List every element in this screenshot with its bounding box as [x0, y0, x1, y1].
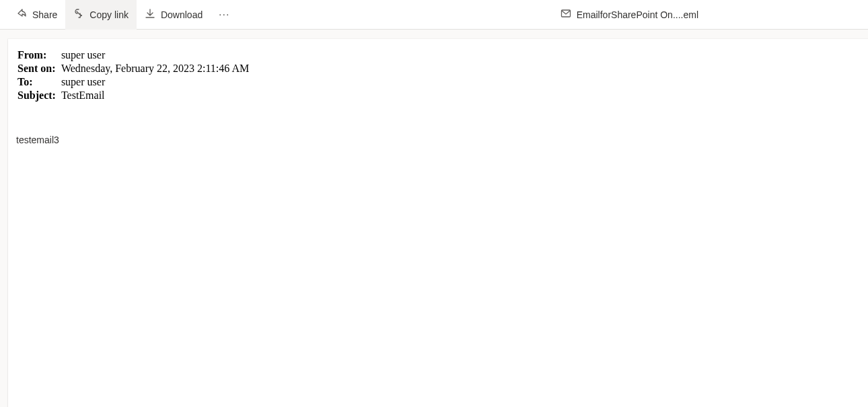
header-row-subject: Subject: TestEmail — [16, 89, 250, 102]
to-value: super user — [60, 75, 250, 89]
mail-icon — [560, 8, 571, 21]
filename-text: EmailforSharePoint On....eml — [577, 9, 698, 20]
share-button[interactable]: Share — [8, 0, 65, 30]
download-button[interactable]: Download — [137, 0, 211, 30]
content-outer: From: super user Sent on: Wednesday, Feb… — [0, 30, 868, 407]
from-label: From: — [16, 48, 60, 62]
share-icon — [16, 8, 27, 21]
download-icon — [145, 8, 155, 21]
subject-value: TestEmail — [60, 89, 250, 102]
copy-link-label: Copy link — [89, 9, 129, 20]
header-row-to: To: super user — [16, 75, 250, 89]
header-row-from: From: super user — [16, 48, 250, 62]
share-label: Share — [32, 9, 57, 20]
filename-section: EmailforSharePoint On....eml — [560, 8, 860, 21]
toolbar: Share Copy link Download ··· EmailforSha… — [0, 0, 868, 30]
from-value: super user — [60, 48, 250, 62]
sent-on-label: Sent on: — [16, 62, 60, 75]
copy-link-button[interactable]: Copy link — [65, 0, 137, 30]
sent-on-value: Wednesday, February 22, 2023 2:11:46 AM — [60, 62, 250, 75]
to-label: To: — [16, 75, 60, 89]
more-actions-button[interactable]: ··· — [211, 0, 238, 30]
more-icon: ··· — [219, 9, 229, 21]
link-icon — [73, 8, 84, 21]
email-body: testemail3 — [16, 135, 860, 145]
subject-label: Subject: — [16, 89, 60, 102]
header-row-sent-on: Sent on: Wednesday, February 22, 2023 2:… — [16, 62, 250, 75]
download-label: Download — [161, 9, 203, 20]
email-preview-panel: From: super user Sent on: Wednesday, Feb… — [8, 39, 868, 407]
email-headers: From: super user Sent on: Wednesday, Feb… — [16, 48, 860, 102]
